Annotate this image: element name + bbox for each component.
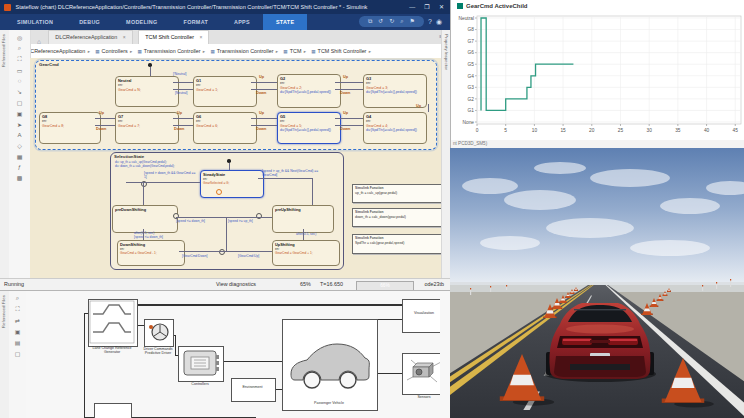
connector-line [251,125,277,126]
record-icon[interactable]: ◉ [436,18,442,26]
breadcrumb-item[interactable]: Transmission Controller [144,48,201,54]
view-diagnostics-link[interactable]: View diagnostics [216,279,256,290]
ribbon-tab-modeling[interactable]: MODELING [113,14,170,30]
arrow-icon[interactable]: ➤ [9,121,30,128]
close-icon[interactable]: × [123,34,126,40]
transition-label: [Neutral] [175,91,187,95]
connector-line [428,104,429,112]
svg-text:G8: G8 [468,27,475,32]
state-g5-selected[interactable]: G5 en: GearCmd = 5; du:[SpdThr]=calc([,p… [277,112,341,144]
pan-icon[interactable]: ⇄ [9,317,26,324]
state-g8[interactable]: G8 en: GearCmd = 8; [39,112,101,144]
zoom-icon[interactable]: ⌕ [9,295,26,302]
screen: Stateflow (chart) DLCReferenceApplicatio… [0,0,744,418]
breadcrumb-separator: ▸ [367,49,371,54]
redo-icon[interactable]: ↻ [389,16,394,27]
breadcrumb-item[interactable]: TCM [290,48,302,54]
stateflow-canvas[interactable]: GearCmd Neutral en: GearCmd = N; G1 en: … [30,58,441,278]
copy-icon[interactable]: ⧉ [368,16,372,27]
left-panel-label: Referenced Files [1,34,6,67]
breadcrumb-item[interactable]: Transmission Controller [217,48,274,54]
stateflow-palette: ◎⌕⛶▭◌↘▢▣➤A◇▦ƒ▩ [9,30,31,278]
connector-line [335,118,363,119]
annotation-icon[interactable]: A [9,132,30,138]
transition-label: [GearCmd:Down] [182,254,207,258]
connector-line [226,217,227,251]
truth-table-icon[interactable]: ▦ [9,153,30,160]
block-icon: ▦ [283,49,287,54]
zoom-icon[interactable]: ⌕ [9,45,30,52]
maximize-button[interactable]: ❐ [420,0,433,14]
breadcrumb-separator: ▸ [302,49,307,54]
block-environment[interactable] [231,378,276,402]
breadcrumb-item[interactable]: DLCReferenceApplication [23,48,85,54]
breadcrumb-item[interactable]: Controllers [102,48,128,54]
sim3d-window-title[interactable]: nt PCD3D_SM5) [450,140,744,148]
select-icon[interactable]: ▢ [9,350,26,357]
explore-icon[interactable]: ◎ [9,34,30,41]
fit-view-icon[interactable]: ⛶ [9,306,26,313]
junction-icon[interactable]: ◇ [9,142,30,149]
box-icon[interactable]: ▢ [9,99,30,106]
simulink-function-box[interactable]: Simulink Function down_th = calc_down(ge… [352,208,441,227]
simulink-function-box[interactable]: Simulink Function SpdThr = calc(gear,ped… [352,234,441,254]
block-lane-change-reference-generator[interactable] [88,299,138,347]
transition-icon[interactable]: ↘ [9,88,30,95]
minimize-button[interactable]: — [406,0,419,14]
doc-tab-dlcreferenceapplication[interactable]: DLCReferenceApplication × [48,30,132,44]
ribbon-tab-format[interactable]: FORMAT [171,14,221,30]
model-canvas[interactable]: Lane Change Reference Generator Driver C… [26,291,440,418]
block-icon: ▦ [210,49,214,54]
scope-plot[interactable]: NeutralG8G7G6G5G4G3G2G1None0510152025303… [451,10,744,140]
image-icon[interactable]: ▣ [9,110,30,117]
solver-name[interactable]: ode23tb [425,279,445,290]
block-sensors[interactable] [402,353,440,395]
block-controllers[interactable] [178,346,224,382]
simulink-function-box[interactable]: Simulink Function up_th = calc_up(gear,p… [352,184,441,203]
state-g7[interactable]: G7 en: GearCmd = 7; [115,112,179,144]
state-g6[interactable]: G6 en: GearCmd = 6; [193,112,257,144]
svg-text:30: 30 [647,128,653,133]
ribbon-tab-simulation[interactable]: SIMULATION [4,14,66,30]
chart-icon[interactable]: ▩ [9,174,30,181]
block-predictive-driver[interactable] [144,319,174,347]
ribbon-tab-state[interactable]: STATE [263,14,307,30]
ribbon-tab-debug[interactable]: DEBUG [66,14,113,30]
sim-status: Running [4,279,24,290]
close-icon[interactable]: × [200,34,203,40]
function-icon[interactable]: ƒ [9,164,30,170]
breadcrumb[interactable]: ▦DLCReferenceApplication ▸ ▦Controllers … [14,44,372,58]
fit-view-icon[interactable]: ⛶ [9,56,30,63]
state-g4[interactable]: G4 en: GearCmd = 4; du:[SpdThr]=calc([,p… [363,112,427,144]
history-junction-icon[interactable]: ◌ [9,78,30,84]
state-steadystate-selected[interactable]: SteadyState en: GearSelected = G; [200,170,264,198]
help-icon[interactable]: ? [428,18,432,25]
stateflow-window: Stateflow (chart) DLCReferenceApplicatio… [0,0,450,290]
connector-line [222,361,282,362]
close-button[interactable]: ✕ [435,0,448,14]
undo-icon[interactable]: ↺ [378,16,383,27]
sim3d-viewport[interactable] [450,148,744,418]
state-downshifting[interactable]: DownShifting en: GearCmd = GearCmd - 1; [117,240,185,266]
state-upshifting[interactable]: UpShifting en: GearCmd = GearCmd + 1; [272,240,340,266]
state-g3[interactable]: G3 en: GearCmd = 3; du:[SpdThr]=calc([,p… [363,74,427,108]
state-neutral[interactable]: Neutral en: GearCmd = N; [115,76,179,107]
block-partial[interactable] [94,403,132,418]
search-icon[interactable]: ⌕ [400,16,403,27]
state-g1[interactable]: G1 en: GearCmd = 1; [193,76,257,107]
block-visualization[interactable] [402,299,440,333]
screenshot-icon[interactable]: ▤ [9,339,26,346]
breadcrumb-separator: ▸ [129,49,134,54]
bookmark-icon[interactable]: ⚑ [410,16,415,27]
breadcrumb-item[interactable]: TCM Shift Controller [318,48,367,54]
doc-tab-tcm-shift-controller[interactable]: TCM Shift Controller × [138,30,209,44]
state-g2[interactable]: G2 en: GearCmd = 2; du:[SpdThr]=calc([,p… [277,74,341,108]
titlebar[interactable]: Stateflow (chart) DLCReferenceApplicatio… [0,0,450,14]
image-icon[interactable]: ▣ [9,328,26,335]
state-predownshifting[interactable]: preDownShifting [112,205,178,233]
state-icon[interactable]: ▭ [9,67,30,74]
block-passenger-vehicle[interactable] [282,319,378,411]
ribbon-tab-apps[interactable]: APPS [221,14,263,30]
connector-line [335,125,363,126]
svg-text:G2: G2 [468,97,475,102]
